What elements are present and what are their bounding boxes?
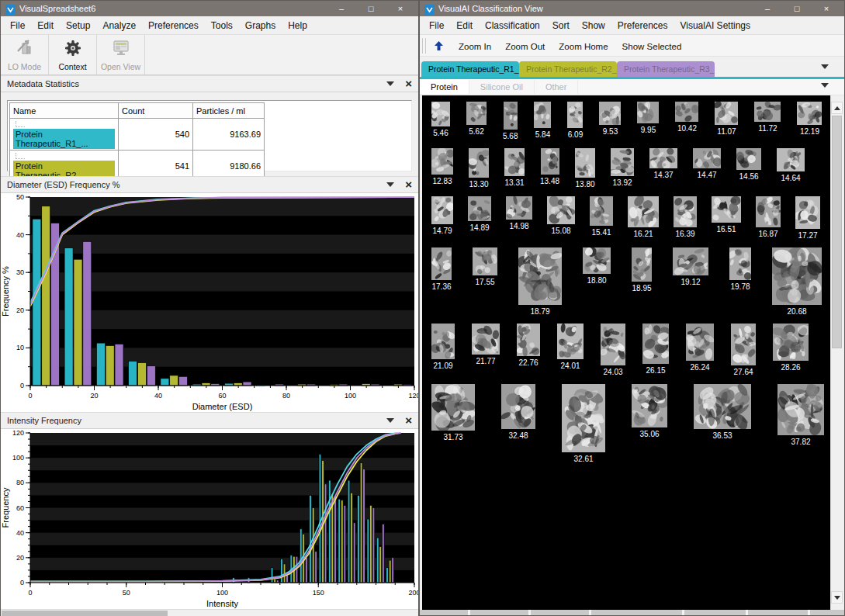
- up-arrow-icon[interactable]: [431, 40, 452, 51]
- right-menu-visualai-settings[interactable]: VisualAI Settings: [674, 18, 757, 33]
- minimize-button[interactable]: –: [327, 1, 356, 16]
- particle-thumbnail[interactable]: 5.62: [466, 102, 487, 136]
- particle-thumbnail[interactable]: 24.03: [601, 324, 625, 376]
- particle-thumbnail[interactable]: 32.48: [501, 384, 535, 440]
- tab-protein-therapeutic-r3-pp[interactable]: Protein Therapeutic_R3_PP: [617, 61, 715, 77]
- particle-thumbnail[interactable]: 19.12: [673, 247, 708, 286]
- subtab-overflow-caret-icon[interactable]: [821, 83, 829, 88]
- particle-thumbnail[interactable]: 13.31: [504, 148, 525, 187]
- particle-thumbnail[interactable]: 12.19: [797, 102, 822, 136]
- lo-mode-button[interactable]: LO Mode: [1, 35, 49, 74]
- particle-thumbnail[interactable]: 9.95: [637, 102, 659, 134]
- panel-menu-caret-icon[interactable]: [386, 418, 394, 423]
- left-menu-help[interactable]: Help: [282, 18, 313, 33]
- particle-thumbnail[interactable]: 28.26: [773, 324, 809, 372]
- particle-thumbnail[interactable]: 18.79: [518, 247, 562, 316]
- panel-menu-caret-icon[interactable]: [386, 81, 394, 86]
- zoom-in-button[interactable]: Zoom In: [452, 39, 498, 54]
- particle-thumbnail[interactable]: 17.36: [431, 247, 452, 291]
- particle-thumbnail[interactable]: 15.08: [547, 196, 575, 235]
- particle-thumbnail[interactable]: 15.41: [590, 196, 613, 237]
- scrollbar-thumb[interactable]: [2, 611, 168, 616]
- left-menu-analyze[interactable]: Analyze: [96, 18, 142, 33]
- particle-thumbnail[interactable]: 5.68: [503, 102, 518, 140]
- column-header-particles-ml[interactable]: Particles / ml: [193, 103, 265, 119]
- subtab-protein[interactable]: Protein: [420, 80, 469, 94]
- left-menu-graphs[interactable]: Graphs: [239, 18, 282, 33]
- left-menu-preferences[interactable]: Preferences: [142, 18, 205, 33]
- particle-thumbnail[interactable]: 16.87: [756, 196, 781, 238]
- close-button[interactable]: ×: [812, 1, 841, 16]
- particle-thumbnail[interactable]: 18.80: [583, 247, 611, 285]
- maximize-button[interactable]: □: [782, 1, 812, 16]
- column-header-name[interactable]: Name: [10, 103, 119, 119]
- particle-thumbnail[interactable]: 17.55: [473, 247, 497, 286]
- column-header-count[interactable]: Count: [119, 103, 193, 119]
- particle-thumbnail[interactable]: 13.48: [540, 148, 559, 185]
- particle-thumbnail[interactable]: 14.47: [693, 148, 721, 179]
- tab-overflow-caret-icon[interactable]: [821, 64, 829, 69]
- particle-thumbnail[interactable]: 19.78: [729, 247, 751, 291]
- intensity-chart[interactable]: 020406080100120050100150200IntensityFreq…: [1, 429, 418, 609]
- particle-thumbnail[interactable]: 14.64: [777, 148, 805, 182]
- context-button[interactable]: Context: [49, 35, 97, 74]
- panel-menu-caret-icon[interactable]: [386, 182, 394, 187]
- vertical-scrollbar[interactable]: [830, 95, 843, 610]
- particle-thumbnail[interactable]: 27.64: [731, 324, 756, 376]
- subtab-other[interactable]: Other: [535, 80, 579, 94]
- panel-close-icon[interactable]: ×: [405, 179, 412, 190]
- particle-thumbnail[interactable]: 14.56: [736, 148, 761, 181]
- particle-thumbnail[interactable]: 12.83: [431, 148, 453, 185]
- right-menu-classification[interactable]: Classification: [479, 18, 546, 33]
- left-menu-tools[interactable]: Tools: [205, 18, 239, 33]
- particle-thumbnail[interactable]: 20.68: [772, 247, 822, 316]
- particle-image-grid[interactable]: 5.465.625.685.846.099.539.9510.4211.0711…: [422, 95, 830, 610]
- table-row[interactable]: Protein Therapeutic_R1_...5409163.69: [10, 119, 265, 151]
- scrollbar-thumb[interactable]: [832, 116, 842, 348]
- particle-thumbnail[interactable]: 13.92: [611, 148, 634, 187]
- zoom-out-button[interactable]: Zoom Out: [498, 39, 552, 54]
- particle-thumbnail[interactable]: 5.46: [431, 102, 450, 137]
- right-menu-sort[interactable]: Sort: [546, 18, 576, 33]
- open-view-button[interactable]: Open View: [97, 35, 145, 74]
- particle-thumbnail[interactable]: 6.09: [567, 102, 583, 139]
- particle-thumbnail[interactable]: 10.42: [675, 102, 698, 133]
- right-menu-show[interactable]: Show: [576, 18, 611, 33]
- diameter-esd-chart[interactable]: 01020304050020406080100120Diameter (ESD)…: [1, 193, 418, 412]
- toolbar-grip[interactable]: [422, 38, 426, 54]
- right-menu-edit[interactable]: Edit: [450, 18, 479, 33]
- minimize-button[interactable]: –: [753, 1, 782, 16]
- zoom-home-button[interactable]: Zoom Home: [552, 39, 615, 54]
- particle-thumbnail[interactable]: 22.76: [517, 324, 540, 367]
- right-menu-preferences[interactable]: Preferences: [611, 18, 674, 33]
- particle-thumbnail[interactable]: 11.07: [715, 102, 738, 136]
- right-menu-file[interactable]: File: [423, 18, 450, 33]
- scroll-up-button[interactable]: [831, 102, 843, 114]
- particle-thumbnail[interactable]: 13.80: [575, 148, 595, 189]
- particle-thumbnail[interactable]: 35.06: [632, 384, 667, 438]
- particle-thumbnail[interactable]: 37.82: [777, 384, 824, 446]
- particle-thumbnail[interactable]: 21.09: [431, 324, 455, 370]
- particle-thumbnail[interactable]: 18.95: [632, 247, 652, 292]
- maximize-button[interactable]: □: [356, 1, 386, 16]
- close-button[interactable]: ×: [386, 1, 415, 16]
- particle-thumbnail[interactable]: 16.51: [712, 196, 741, 234]
- particle-thumbnail[interactable]: 36.53: [694, 384, 751, 440]
- horizontal-scrollbar[interactable]: [1, 609, 418, 616]
- particle-thumbnail[interactable]: 32.61: [562, 384, 605, 463]
- scroll-down-button[interactable]: [831, 591, 843, 604]
- particle-thumbnail[interactable]: 14.98: [506, 196, 532, 230]
- left-menu-setup[interactable]: Setup: [60, 18, 96, 33]
- panel-close-icon[interactable]: ×: [405, 415, 412, 426]
- tab-protein-therapeutic-r2-pp[interactable]: Protein Therapeutic_R2_PP: [519, 61, 617, 77]
- particle-thumbnail[interactable]: 26.24: [686, 324, 714, 372]
- show-selected-button[interactable]: Show Selected: [615, 39, 689, 54]
- particle-thumbnail[interactable]: 16.39: [674, 196, 697, 238]
- particle-thumbnail[interactable]: 5.84: [534, 102, 551, 139]
- particle-thumbnail[interactable]: 21.77: [472, 324, 500, 365]
- left-titlebar[interactable]: VisualSpreadsheet6 – □ ×: [1, 1, 418, 16]
- particle-thumbnail[interactable]: 14.37: [649, 148, 677, 179]
- particle-thumbnail[interactable]: 26.15: [642, 324, 669, 375]
- left-menu-file[interactable]: File: [4, 18, 31, 33]
- particle-thumbnail[interactable]: 17.27: [795, 196, 820, 240]
